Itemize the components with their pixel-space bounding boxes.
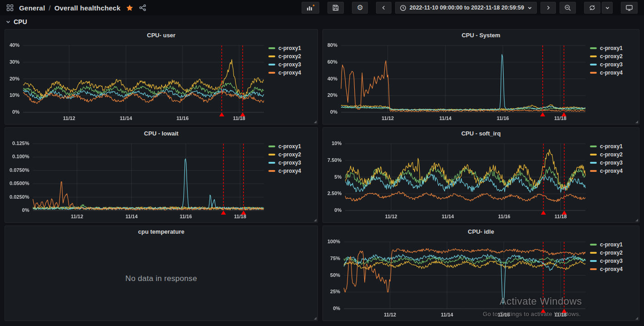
- panel-title[interactable]: CPU - soft_irq: [323, 128, 639, 139]
- cpu-system-chart[interactable]: [325, 41, 590, 123]
- legend-item-c-proxy1[interactable]: c-proxy1: [590, 45, 637, 51]
- legend-line-swatch: [268, 154, 275, 155]
- dashboard-settings-button[interactable]: ⚙: [352, 2, 367, 14]
- legend-label: c-proxy3: [600, 258, 623, 264]
- row-header-cpu[interactable]: CPU: [0, 15, 644, 28]
- dashboard-grid: CPU- user c-proxy1c-proxy2c-proxy3c-prox…: [0, 28, 644, 325]
- panel-title[interactable]: CPU - Iowait: [5, 128, 317, 139]
- legend-label: c-proxy1: [278, 143, 301, 150]
- legend-item-c-proxy4[interactable]: c-proxy4: [590, 69, 637, 76]
- save-icon: [332, 4, 339, 11]
- kiosk-mode-button[interactable]: [621, 2, 638, 14]
- legend-item-c-proxy4[interactable]: c-proxy4: [268, 167, 316, 174]
- panel-title-text: CPU- user: [147, 32, 176, 39]
- refresh-button[interactable]: [584, 2, 600, 14]
- settings-icon: ⚙: [357, 4, 363, 11]
- time-back-button[interactable]: [376, 2, 391, 14]
- chevron-left-icon: [381, 5, 386, 10]
- zoom-out-button[interactable]: [560, 2, 576, 14]
- panel-resize-handle[interactable]: [635, 317, 638, 320]
- panel-resize-handle[interactable]: [635, 219, 638, 221]
- legend-item-c-proxy2[interactable]: c-proxy2: [590, 249, 637, 256]
- legend-line-swatch: [268, 64, 275, 65]
- legend-line-swatch: [268, 145, 275, 147]
- kiosk-icon: [625, 4, 633, 11]
- legend-item-c-proxy3[interactable]: c-proxy3: [590, 61, 637, 68]
- legend-label: c-proxy4: [600, 70, 623, 76]
- time-forward-button[interactable]: [540, 2, 556, 14]
- panel-resize-handle[interactable]: [314, 120, 317, 123]
- chevron-right-icon: [545, 5, 551, 10]
- legend-item-c-proxy1[interactable]: c-proxy1: [590, 241, 637, 248]
- panel-resize-handle[interactable]: [635, 120, 638, 123]
- panel-title-text: CPU- idle: [468, 228, 494, 235]
- legend-item-c-proxy2[interactable]: c-proxy2: [268, 151, 316, 158]
- refresh-controls: [584, 2, 613, 14]
- legend-item-c-proxy4[interactable]: c-proxy4: [268, 69, 316, 76]
- legend-item-c-proxy4[interactable]: c-proxy4: [590, 167, 637, 174]
- legend-item-c-proxy2[interactable]: c-proxy2: [268, 53, 316, 60]
- favorite-star-icon[interactable]: [126, 4, 134, 12]
- legend: c-proxy1c-proxy2c-proxy3c-proxy4: [268, 41, 316, 123]
- refresh-icon: [589, 4, 596, 11]
- share-icon[interactable]: [139, 4, 146, 11]
- legend-label: c-proxy2: [600, 53, 623, 60]
- legend-item-c-proxy3[interactable]: c-proxy3: [268, 61, 316, 68]
- legend-line-swatch: [590, 244, 597, 246]
- panel-cpu-softirq: CPU - soft_irq c-proxy1c-proxy2c-proxy3c…: [322, 127, 639, 223]
- breadcrumb-section[interactable]: General: [19, 4, 45, 12]
- legend-line-swatch: [590, 55, 597, 57]
- legend-line-swatch: [590, 162, 597, 164]
- add-panel-icon: [306, 4, 315, 11]
- legend-line-swatch: [268, 47, 275, 49]
- legend-item-c-proxy3[interactable]: c-proxy3: [590, 257, 637, 264]
- save-dashboard-button[interactable]: [327, 2, 344, 14]
- panel-title-text: CPU - Iowait: [144, 130, 178, 137]
- legend-item-c-proxy2[interactable]: c-proxy2: [590, 53, 637, 60]
- legend-item-c-proxy1[interactable]: c-proxy1: [590, 143, 637, 150]
- legend-line-swatch: [590, 170, 597, 172]
- legend-item-c-proxy1[interactable]: c-proxy1: [268, 45, 316, 51]
- clock-icon: [400, 5, 406, 11]
- caret-down-icon: [605, 5, 610, 10]
- add-panel-button[interactable]: [302, 2, 319, 14]
- legend-label: c-proxy1: [600, 143, 623, 150]
- breadcrumb[interactable]: General / Overall healthcheck: [19, 4, 120, 12]
- panel-resize-handle[interactable]: [314, 317, 317, 320]
- refresh-interval-dropdown[interactable]: [602, 2, 613, 14]
- time-range-picker[interactable]: 2022-11-10 09:00:00 to 2022-11-18 20:59:…: [395, 2, 537, 14]
- legend-line-swatch: [268, 72, 275, 74]
- cpu-user-chart[interactable]: [7, 41, 268, 123]
- legend-item-c-proxy2[interactable]: c-proxy2: [590, 151, 637, 158]
- panel-title[interactable]: CPU- idle: [323, 226, 639, 237]
- legend: c-proxy1c-proxy2c-proxy3c-proxy4: [590, 237, 637, 320]
- legend-label: c-proxy4: [600, 266, 623, 272]
- legend-line-swatch: [268, 55, 275, 57]
- legend-label: c-proxy4: [600, 168, 623, 174]
- panel-resize-handle[interactable]: [314, 219, 317, 221]
- legend-item-c-proxy3[interactable]: c-proxy3: [590, 159, 637, 166]
- panel-cpu-system: CPU - System c-proxy1c-proxy2c-proxy3c-p…: [322, 29, 639, 125]
- legend-label: c-proxy2: [600, 151, 623, 158]
- cpu-idle-chart[interactable]: [325, 237, 590, 320]
- panel-title[interactable]: CPU- user: [5, 30, 317, 41]
- legend-item-c-proxy3[interactable]: c-proxy3: [268, 159, 316, 166]
- legend-label: c-proxy2: [600, 250, 623, 256]
- breadcrumb-title: Overall healthcheck: [54, 4, 121, 12]
- panel-cpu-iowait: CPU - Iowait c-proxy1c-proxy2c-proxy3c-p…: [5, 127, 318, 223]
- legend-line-swatch: [590, 252, 597, 254]
- cpu-iowait-chart[interactable]: [7, 139, 268, 221]
- legend-label: c-proxy3: [600, 160, 623, 166]
- panel-title-text: CPU - System: [461, 32, 500, 39]
- legend-item-c-proxy1[interactable]: c-proxy1: [268, 143, 316, 150]
- dashboards-grid-icon[interactable]: [6, 4, 14, 11]
- legend-item-c-proxy4[interactable]: c-proxy4: [590, 266, 637, 272]
- panel-title[interactable]: CPU - System: [323, 30, 639, 41]
- panel-title[interactable]: cpu temperature: [5, 226, 317, 237]
- legend-line-swatch: [590, 72, 597, 74]
- no-data-message: No data in response: [125, 274, 197, 283]
- breadcrumb-separator: /: [49, 4, 50, 12]
- time-range-label: 2022-11-10 09:00:00 to 2022-11-18 20:59:…: [410, 5, 524, 11]
- cpu-softirq-chart[interactable]: [325, 139, 590, 221]
- row-title: CPU: [14, 18, 27, 25]
